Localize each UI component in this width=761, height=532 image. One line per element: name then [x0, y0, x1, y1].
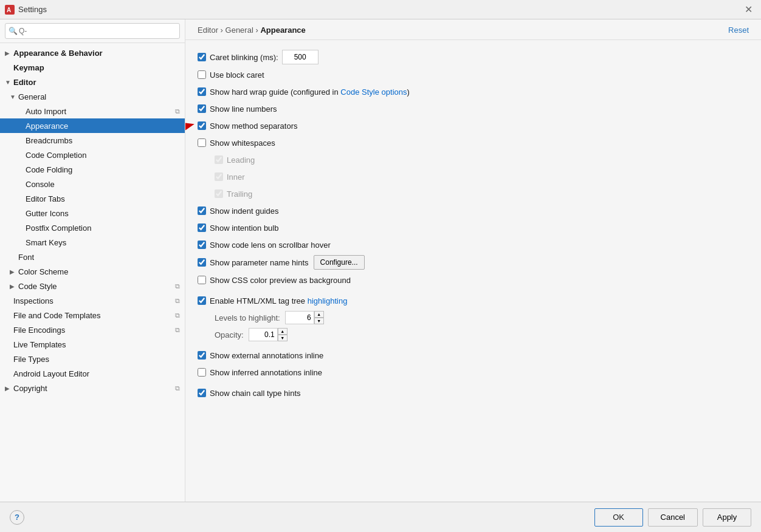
help-button[interactable]: ? — [10, 510, 24, 525]
sidebar-item-general[interactable]: ▼ General — [0, 89, 185, 104]
sidebar-item-smart-keys[interactable]: Smart Keys — [0, 235, 185, 250]
caret-blinking-text: Caret blinking (ms): — [210, 53, 278, 62]
show-chain-call-checkbox[interactable] — [198, 389, 206, 397]
sidebar-item-label: File Types — [13, 355, 180, 364]
sidebar-item-label: Appearance & Behavior — [13, 49, 180, 58]
levels-input[interactable] — [285, 311, 314, 324]
show-line-numbers-checkbox[interactable] — [198, 104, 206, 113]
sidebar-item-console[interactable]: Console — [0, 177, 185, 191]
show-css-color-label[interactable]: Show CSS color preview as background — [198, 276, 351, 285]
enable-html-xml-checkbox[interactable] — [198, 296, 206, 305]
caret-blinking-checkbox[interactable] — [198, 53, 206, 61]
show-whitespaces-label[interactable]: Show whitespaces — [198, 138, 275, 148]
use-block-caret-label[interactable]: Use block caret — [198, 70, 264, 80]
search-input[interactable] — [5, 23, 180, 39]
levels-row: Levels to highlight: ▲ ▼ — [198, 311, 749, 324]
sidebar-item-font[interactable]: Font — [0, 250, 185, 264]
sidebar-item-breadcrumbs[interactable]: Breadcrumbs — [0, 133, 185, 148]
sidebar-item-label: Postfix Completion — [26, 223, 180, 233]
show-method-separators-row: Show method separators — [198, 119, 749, 132]
sidebar-item-postfix-completion[interactable]: Postfix Completion — [0, 220, 185, 235]
sidebar-item-label: Gutter Icons — [26, 209, 180, 218]
content-area: Editor › General › Appearance Reset Care… — [185, 19, 761, 502]
sidebar-item-code-style[interactable]: ▶ Code Style ⧉ — [0, 279, 185, 293]
show-external-annotations-label[interactable]: Show external annotations inline — [198, 351, 323, 360]
caret-blinking-input[interactable] — [282, 50, 319, 64]
show-parameter-hints-checkbox[interactable] — [198, 258, 206, 267]
chevron-down-icon: ▼ — [5, 79, 13, 86]
show-line-numbers-row: Show line numbers — [198, 102, 749, 115]
show-css-color-checkbox[interactable] — [198, 276, 206, 284]
show-css-color-row: Show CSS color preview as background — [198, 273, 749, 287]
chevron-right-icon: ▶ — [5, 50, 13, 56]
enable-html-xml-label[interactable]: Enable HTML/XML tag tree highlighting — [198, 296, 347, 305]
enable-html-xml-text: Enable HTML/XML tag tree highlighting — [210, 296, 347, 305]
sidebar-item-appearance-behavior[interactable]: ▶ Appearance & Behavior — [0, 46, 185, 60]
show-external-annotations-checkbox[interactable] — [198, 351, 206, 360]
sidebar-item-android-layout-editor[interactable]: Android Layout Editor — [0, 366, 185, 381]
opacity-down-button[interactable]: ▼ — [278, 335, 288, 341]
show-code-lens-label[interactable]: Show code lens on scrollbar hover — [198, 240, 331, 250]
show-chain-call-label[interactable]: Show chain call type hints — [198, 389, 301, 398]
sidebar-item-auto-import[interactable]: Auto Import ⧉ — [0, 104, 185, 118]
show-indent-guides-label[interactable]: Show indent guides — [198, 206, 278, 216]
cancel-button[interactable]: Cancel — [648, 508, 698, 527]
sidebar-item-code-folding[interactable]: Code Folding — [0, 162, 185, 177]
use-block-caret-checkbox[interactable] — [198, 70, 206, 79]
trailing-label[interactable]: Trailing — [215, 189, 252, 199]
sidebar-item-live-templates[interactable]: Live Templates — [0, 337, 185, 352]
leading-checkbox[interactable] — [215, 155, 223, 164]
show-inferred-annotations-label[interactable]: Show inferred annotations inline — [198, 368, 322, 377]
levels-up-button[interactable]: ▲ — [314, 311, 324, 318]
sidebar-item-label: Breadcrumbs — [26, 136, 180, 145]
opacity-row: Opacity: ▲ ▼ — [198, 328, 749, 341]
show-method-separators-label[interactable]: Show method separators — [198, 121, 298, 131]
sidebar-item-file-code-templates[interactable]: File and Code Templates ⧉ — [0, 308, 185, 322]
sidebar-item-gutter-icons[interactable]: Gutter Icons — [0, 206, 185, 220]
show-code-lens-row: Show code lens on scrollbar hover — [198, 238, 749, 251]
opacity-spinner-group: ▲ ▼ — [249, 328, 288, 341]
inner-label[interactable]: Inner — [215, 172, 245, 182]
show-parameter-hints-row: Show parameter name hints Configure... — [198, 255, 749, 270]
sidebar-item-label: Code Completion — [26, 151, 180, 160]
inner-checkbox[interactable] — [215, 172, 223, 181]
show-inferred-annotations-checkbox[interactable] — [198, 368, 206, 377]
trailing-checkbox[interactable] — [215, 189, 223, 198]
ok-button[interactable]: OK — [594, 508, 643, 527]
sidebar-item-file-types[interactable]: File Types — [0, 352, 185, 366]
sidebar-item-file-encodings[interactable]: File Encodings ⧉ — [0, 322, 185, 337]
chevron-right-icon: ▶ — [5, 385, 13, 392]
show-line-numbers-label[interactable]: Show line numbers — [198, 104, 277, 114]
show-whitespaces-checkbox[interactable] — [198, 138, 206, 147]
sidebar: 🔍 ▶ Appearance & Behavior Keymap ▼ Edito… — [0, 19, 185, 502]
show-code-lens-checkbox[interactable] — [198, 240, 206, 249]
show-indent-guides-checkbox[interactable] — [198, 206, 206, 215]
show-intention-bulb-checkbox[interactable] — [198, 223, 206, 232]
copy-icon: ⧉ — [175, 282, 180, 290]
apply-button[interactable]: Apply — [703, 508, 751, 527]
show-parameter-hints-label[interactable]: Show parameter name hints — [198, 258, 309, 267]
sidebar-item-label: Live Templates — [13, 340, 180, 349]
opacity-up-button[interactable]: ▲ — [278, 328, 288, 335]
leading-label[interactable]: Leading — [215, 155, 255, 165]
caret-blinking-label[interactable]: Caret blinking (ms): — [198, 53, 278, 62]
sidebar-item-editor-tabs[interactable]: Editor Tabs — [0, 191, 185, 206]
configure-button[interactable]: Configure... — [314, 255, 365, 270]
sidebar-item-appearance[interactable]: Appearance — [0, 118, 185, 133]
sidebar-item-label: Console — [26, 180, 180, 189]
opacity-input[interactable] — [249, 328, 278, 341]
reset-button[interactable]: Reset — [728, 26, 749, 35]
sidebar-item-color-scheme[interactable]: ▶ Color Scheme — [0, 264, 185, 279]
sidebar-item-code-completion[interactable]: Code Completion — [0, 148, 185, 162]
sidebar-item-editor[interactable]: ▼ Editor — [0, 75, 185, 89]
show-hard-wrap-label[interactable]: Show hard wrap guide (configured in Code… — [198, 87, 410, 97]
show-intention-bulb-label[interactable]: Show intention bulb — [198, 223, 278, 233]
levels-down-button[interactable]: ▼ — [314, 318, 324, 324]
sidebar-item-keymap[interactable]: Keymap — [0, 60, 185, 75]
sidebar-item-copyright[interactable]: ▶ Copyright ⧉ — [0, 381, 185, 395]
show-hard-wrap-checkbox[interactable] — [198, 87, 206, 96]
close-button[interactable]: ✕ — [741, 2, 756, 16]
use-block-caret-row: Use block caret — [198, 68, 749, 81]
show-method-separators-checkbox[interactable] — [198, 121, 206, 130]
sidebar-item-inspections[interactable]: Inspections ⧉ — [0, 293, 185, 308]
